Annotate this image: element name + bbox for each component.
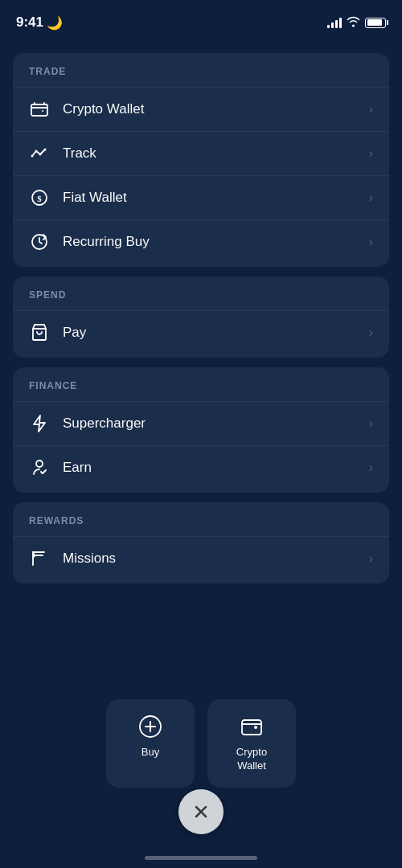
spend-label: SPEND [13,289,389,310]
pay-label: Pay [63,325,86,341]
menu-item-pay[interactable]: Pay › [13,310,389,354]
close-button[interactable] [178,789,224,834]
battery-icon [365,18,386,28]
svg-rect-0 [31,104,47,116]
earn-icon [29,457,50,478]
crypto-wallet-icon [29,99,50,120]
fiat-wallet-label: Fiat Wallet [63,190,127,206]
chevron-icon: › [369,461,373,475]
bottom-actions: Buy CryptoWallet [0,699,402,788]
menu-item-supercharger[interactable]: Supercharger › [13,401,389,445]
missions-label: Missions [63,551,116,567]
svg-marker-9 [34,416,45,432]
menu-item-recurring-buy[interactable]: Recurring Buy › [13,219,389,264]
recurring-buy-label: Recurring Buy [63,234,150,250]
fiat-wallet-icon: $ [29,187,50,208]
track-label: Track [63,145,96,162]
svg-text:$: $ [37,194,42,203]
rewards-section: REWARDS Missions › [13,502,389,583]
buy-label: Buy [142,746,159,760]
crypto-wallet-button[interactable]: CryptoWallet [207,699,296,788]
svg-point-2 [35,150,38,153]
finance-section: FINANCE Supercharger › [13,367,389,493]
supercharger-icon [29,413,50,434]
menu-item-fiat-wallet[interactable]: $ Fiat Wallet › [13,175,389,219]
svg-point-1 [31,155,34,158]
moon-icon: 🌙 [47,15,63,31]
rewards-label: REWARDS [13,515,389,536]
trade-section: TRADE Crypto Wallet › [13,53,389,267]
spend-section: SPEND Pay › [13,276,389,358]
crypto-wallet-btn-label: CryptoWallet [236,746,267,773]
status-icons [327,16,386,30]
supercharger-label: Supercharger [63,416,146,432]
chevron-icon: › [369,146,373,161]
svg-point-10 [36,461,43,467]
crypto-wallet-btn-icon [239,714,265,739]
recurring-buy-icon [29,231,50,252]
chevron-icon: › [369,416,373,431]
svg-point-16 [254,726,257,729]
missions-icon [29,548,50,569]
buy-button[interactable]: Buy [106,699,195,788]
trade-label: TRADE [13,66,389,87]
svg-point-4 [44,149,47,151]
chevron-icon: › [369,102,373,117]
earn-label: Earn [63,460,92,476]
menu-item-crypto-wallet[interactable]: Crypto Wallet › [13,87,389,131]
chevron-icon: › [369,235,373,249]
chevron-icon: › [369,551,373,566]
finance-label: FINANCE [13,380,389,401]
menu-item-missions[interactable]: Missions › [13,536,389,580]
svg-rect-15 [242,720,261,735]
crypto-wallet-label: Crypto Wallet [63,101,144,117]
status-bar: 9:41 🌙 [0,0,402,40]
main-content: TRADE Crypto Wallet › [0,40,402,583]
menu-item-earn[interactable]: Earn › [13,445,389,489]
track-icon [29,143,50,164]
home-indicator [145,856,257,860]
chevron-icon: › [369,326,373,340]
buy-icon [137,714,163,739]
signal-icon [327,17,342,28]
pay-icon [29,322,50,343]
chevron-icon: › [369,190,373,205]
svg-point-3 [39,154,42,156]
status-time: 9:41 [16,14,43,31]
menu-item-track[interactable]: Track › [13,131,389,175]
wifi-icon [347,16,360,30]
